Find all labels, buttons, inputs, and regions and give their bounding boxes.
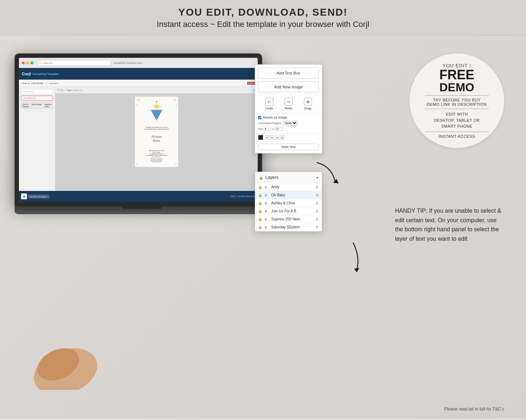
demo-free-text: FREE	[439, 68, 474, 81]
layer-name-1: Andy	[271, 185, 313, 189]
w-input[interactable]	[264, 127, 271, 131]
taskbar-date: 6/18/2019	[246, 195, 256, 197]
invitation-background: ✿✾ ✾✿ ✿ ✿ ✝	[135, 97, 178, 167]
h-input[interactable]	[275, 127, 282, 131]
inv-name: Ariana Rose	[151, 135, 162, 143]
toolbar-page: Page: 1 of 1 ◁ ▷	[66, 89, 83, 91]
undo-icon[interactable]: ↩	[265, 98, 273, 106]
corjl-header: Corjl NoorayParty Templates	[19, 68, 258, 80]
style-text-button[interactable]: Style Text	[258, 144, 319, 150]
snap-icon[interactable]: ⊕	[304, 98, 312, 106]
sidebar-action-3: ApproveOrder	[44, 102, 53, 109]
sidebar-item-1: Helo Rose 4	[21, 89, 53, 94]
layer-item-ashley-chris[interactable]: 🔒 A Ashley & Chris 🗑	[255, 199, 322, 207]
redo-tool: ↪ Redo	[285, 98, 293, 110]
layer-type-4: A	[265, 209, 269, 213]
close-dot	[22, 61, 25, 64]
format-btn-2[interactable]: ≡	[270, 135, 274, 140]
layer-lock-icon-1: 🔒	[258, 185, 262, 189]
layer-item-supinos[interactable]: 🔒 A Supinos 250 New 🗑	[255, 215, 322, 223]
layers-lock-icon: 🔒	[259, 176, 263, 180]
layer-delete-5[interactable]: 🗑	[316, 217, 319, 221]
browser-tab: NoorayParty Templates | Bap...	[114, 62, 144, 64]
layer-lock-icon-6: 🔒	[258, 225, 262, 229]
corjl-editor-main: 🔍 🔍 ◻ Page: 1 of 1 ◁ ▷ 🛒 ✿✾	[55, 87, 258, 202]
taskbar-items: ⊞ You Helo for Issue ∴ ENG 7:23 PM 6/18/…	[19, 191, 258, 202]
arrow-svg-2	[324, 239, 368, 275]
resize-region: Resize as Image Command Region None Wpt:…	[255, 113, 322, 133]
layer-delete-6[interactable]: 🗑	[316, 225, 319, 229]
flower-tr: ✾✿	[173, 99, 176, 101]
bottom-note: Please read ad in full for T&C's	[444, 407, 504, 412]
color-swatch[interactable]	[258, 135, 263, 140]
inv-contact: OLIVIA 000 000 000	[137, 161, 177, 163]
layer-item-join-us[interactable]: 🔒 A Join Us For A B 🗑	[255, 207, 322, 215]
inv-details: SATURDAY, AUGUST 3RD AT 12 NOON ST. PATR…	[137, 150, 177, 163]
style-text-row: Style Text	[255, 141, 322, 153]
demo-demo-text: DEMO	[439, 81, 474, 93]
undo-tool: ↩ Undo	[265, 98, 273, 110]
taskbar-item-text: You Helo for Issue ∴	[28, 195, 50, 199]
laptop-mockup: C | corjl.com NoorayParty Templates | Ba…	[15, 53, 269, 228]
format-btn-3[interactable]: ≡	[275, 135, 279, 140]
inv-name-2: Rose	[151, 139, 162, 143]
format-btn-1[interactable]: ≡	[265, 135, 269, 140]
layer-delete-1[interactable]: 🗑	[316, 185, 319, 189]
taskbar-lang: ENG	[231, 195, 236, 197]
layer-delete-4[interactable]: 🗑	[316, 209, 319, 213]
layer-name-3: Ashley & Chris	[271, 201, 313, 205]
demo-link-text: DEMO LINK IN DESCRIPTION	[427, 102, 487, 107]
inv-for-baptism: FOR THE BAPTISM OF THEIR DAUGHTER	[137, 129, 177, 130]
laptop-notch	[122, 206, 162, 209]
redo-icon[interactable]: ↪	[285, 98, 293, 106]
order-id: Order Id: 1509758194	[22, 82, 43, 84]
layer-lock-icon-5: 🔒	[258, 217, 262, 221]
inv-name-1: Ariana	[151, 135, 162, 139]
svg-marker-2	[333, 179, 339, 184]
free-demo-circle: YOU EDIT ! FREE DEMO TRY BEFORE YOU BUY …	[410, 53, 504, 148]
layers-header: 🔒 Layers ▾	[255, 172, 322, 183]
redo-label: Redo	[285, 107, 293, 110]
resize-checkbox[interactable]	[258, 116, 261, 119]
layer-item-saturday[interactable]: 🔒 A Saturday SEptem 🗑	[255, 223, 322, 231]
browser-url-bar: C | corjl.com	[38, 60, 111, 66]
command-region-row: Command Region None	[258, 121, 319, 125]
add-new-image-button[interactable]: Add New Image	[258, 81, 319, 92]
minimize-dot	[26, 61, 29, 64]
snap-tool: ⊕ Snap	[304, 98, 312, 110]
command-select[interactable]: None	[283, 121, 298, 125]
layer-name-6: Saturday SEptem	[271, 225, 313, 229]
layer-name-4: Join Us For A B	[271, 209, 313, 213]
layer-item-andy[interactable]: 🔒 A Andy 🗑	[255, 183, 322, 191]
color-row: ≡ ≡ ≡ ≡	[255, 133, 322, 141]
laptop-base	[15, 206, 269, 214]
resize-image-row: Resize as Image	[258, 116, 319, 119]
add-text-box-button[interactable]: Add Text Box	[258, 68, 319, 79]
flower-tl: ✿✾	[137, 99, 141, 101]
layer-delete-2[interactable]: 🗑	[316, 193, 319, 197]
dimensions-row: Wpt: H:	[258, 127, 319, 131]
layer-delete-3[interactable]: 🗑	[316, 201, 319, 205]
svg-marker-3	[354, 268, 359, 272]
layers-list: 🔒 A Andy 🗑 🔒 A Oh Baby 🗑 🔒 A Ashley & Ch…	[255, 183, 322, 231]
layer-item-oh-baby[interactable]: 🔒 A Oh Baby 🗑	[255, 191, 322, 199]
sidebar-incomplete: ● INCOMPLETE	[21, 96, 53, 101]
editor-toolbar: 🔍 🔍 ◻ Page: 1 of 1 ◁ ▷ 🛒	[55, 87, 258, 93]
princess-hair	[154, 104, 159, 108]
taskbar-time: 7:23 PM	[237, 195, 245, 197]
invitation-card-preview: ✿✾ ✾✿ ✿ ✿ ✝	[135, 96, 178, 167]
taskbar: ⊞ You Helo for Issue ∴ ENG 7:23 PM 6/18/…	[19, 191, 258, 202]
resize-label: Resize as Image	[263, 116, 287, 119]
layer-type-2: A	[265, 193, 269, 197]
format-buttons: ≡ ≡ ≡ ≡	[265, 135, 284, 140]
flower-bl: ✿	[137, 163, 138, 165]
layers-title-text: Layers	[265, 175, 278, 180]
princess-dress	[151, 110, 162, 121]
snap-label: Snap	[304, 107, 312, 110]
layers-chevron-icon[interactable]: ▾	[316, 176, 318, 180]
taskbar-right: ENG 7:23 PM 6/18/2019	[231, 195, 256, 197]
layer-name-2: Oh Baby	[271, 193, 313, 197]
format-btn-4[interactable]: ≡	[280, 135, 284, 140]
top-banner: YOU EDIT, DOWNLOAD, SEND! Instant access…	[0, 0, 526, 35]
main-area: C | corjl.com NoorayParty Templates | Ba…	[0, 35, 526, 419]
